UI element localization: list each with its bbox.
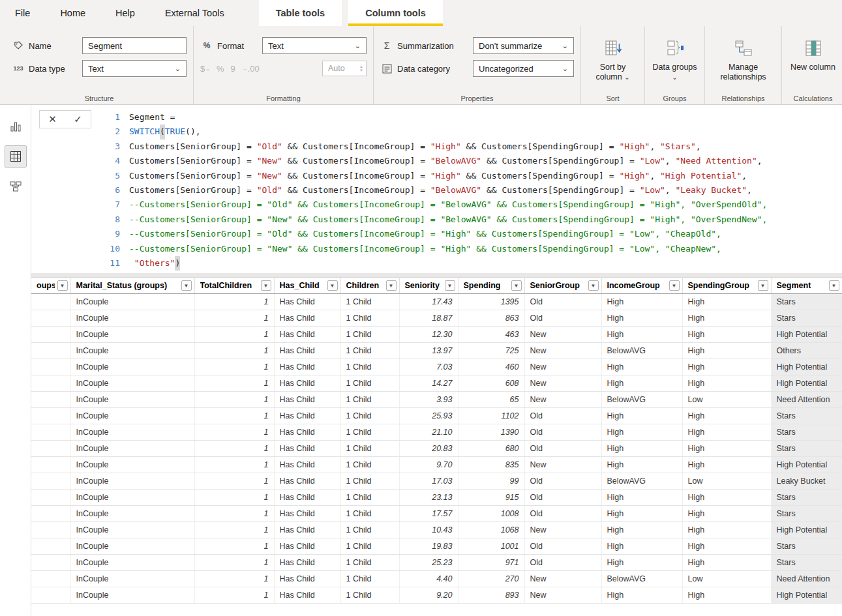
- cell-seniority[interactable]: 20.83: [399, 441, 458, 457]
- column-header-groups-partial[interactable]: oups)▼: [31, 278, 70, 294]
- cell-children[interactable]: 1 Child: [340, 587, 399, 604]
- cell-segment[interactable]: High Potential: [771, 359, 842, 375]
- column-header-income-group[interactable]: IncomeGroup▼: [601, 278, 682, 294]
- cell-senior-group[interactable]: Old: [524, 490, 601, 506]
- cell-total-children[interactable]: 1: [194, 473, 274, 490]
- column-header-senior-group[interactable]: SeniorGroup▼: [524, 278, 601, 294]
- cell-marital-status-groups[interactable]: InCouple: [70, 359, 194, 375]
- cell-seniority[interactable]: 9.70: [399, 457, 458, 473]
- cell-has-child[interactable]: Has Child: [274, 375, 340, 392]
- formula-line-9[interactable]: 9--Customers[SeniorGroup] = "Old" && Cus…: [104, 227, 767, 241]
- cell-marital-status-groups[interactable]: InCouple: [70, 375, 194, 392]
- data-view-button[interactable]: [5, 145, 27, 168]
- cell-children[interactable]: 1 Child: [340, 571, 399, 587]
- cell-seniority[interactable]: 23.13: [399, 490, 458, 506]
- cell-spending-group[interactable]: High: [682, 538, 771, 555]
- cell-seniority[interactable]: 4.40: [399, 571, 458, 587]
- cancel-formula-button[interactable]: ✕: [40, 111, 65, 128]
- cell-groups-partial[interactable]: [31, 327, 70, 343]
- cell-income-group[interactable]: High: [601, 538, 682, 555]
- new-column-button[interactable]: New column: [789, 37, 837, 72]
- table-row[interactable]: InCouple1Has Child1 Child21.101390OldHig…: [31, 424, 842, 441]
- cell-spending[interactable]: 915: [458, 490, 524, 506]
- cell-has-child[interactable]: Has Child: [274, 310, 340, 327]
- table-row[interactable]: InCouple1Has Child1 Child18.87863OldHigh…: [31, 310, 842, 327]
- table-row[interactable]: InCouple1Has Child1 Child3.9365NewBelowA…: [31, 392, 842, 408]
- cell-has-child[interactable]: Has Child: [274, 359, 340, 375]
- formula-line-3[interactable]: 3Customers[SeniorGroup] = "Old" && Custo…: [104, 139, 767, 154]
- cell-groups-partial[interactable]: [31, 522, 70, 538]
- stepper-icons[interactable]: ▲▼: [359, 65, 363, 72]
- cell-income-group[interactable]: High: [601, 424, 682, 441]
- cell-segment[interactable]: Stars: [771, 506, 842, 522]
- filter-dropdown-icon[interactable]: ▼: [511, 280, 522, 291]
- formula-line-6[interactable]: 6Customers[SeniorGroup] = "Old" && Custo…: [104, 183, 767, 198]
- cell-senior-group[interactable]: Old: [524, 294, 601, 310]
- cell-total-children[interactable]: 1: [194, 571, 274, 587]
- formula-line-8[interactable]: 8--Customers[SeniorGroup] = "New" && Cus…: [104, 213, 767, 227]
- data-type-select[interactable]: Text ⌄: [82, 60, 187, 77]
- format-select[interactable]: Text ⌄: [262, 37, 367, 54]
- cell-children[interactable]: 1 Child: [340, 408, 399, 424]
- cell-segment[interactable]: Need Attention: [771, 571, 842, 587]
- cell-groups-partial[interactable]: [31, 457, 70, 473]
- cell-spending[interactable]: 893: [458, 587, 524, 604]
- cell-spending[interactable]: 65: [458, 392, 524, 408]
- cell-segment[interactable]: Others: [771, 343, 842, 359]
- percent-format-button[interactable]: %: [217, 64, 224, 74]
- cell-spending[interactable]: 680: [458, 441, 524, 457]
- column-header-spending[interactable]: Spending▼: [458, 278, 524, 294]
- cell-spending[interactable]: 863: [458, 310, 524, 327]
- cell-children[interactable]: 1 Child: [340, 441, 399, 457]
- cell-children[interactable]: 1 Child: [340, 522, 399, 538]
- cell-senior-group[interactable]: Old: [524, 473, 601, 490]
- cell-groups-partial[interactable]: [31, 555, 70, 571]
- cell-spending-group[interactable]: High: [682, 408, 771, 424]
- cell-has-child[interactable]: Has Child: [274, 473, 340, 490]
- cell-seniority[interactable]: 21.10: [399, 424, 458, 441]
- cell-marital-status-groups[interactable]: InCouple: [70, 392, 194, 408]
- cell-income-group[interactable]: High: [601, 327, 682, 343]
- cell-marital-status-groups[interactable]: InCouple: [70, 457, 194, 473]
- cell-income-group[interactable]: High: [601, 441, 682, 457]
- cell-senior-group[interactable]: New: [524, 327, 601, 343]
- formula-line-2[interactable]: 2SWITCH(TRUE(),: [104, 125, 767, 139]
- cell-segment[interactable]: Stars: [771, 424, 842, 441]
- table-row[interactable]: InCouple1Has Child1 Child9.20893NewHighH…: [31, 587, 842, 604]
- table-row[interactable]: InCouple1Has Child1 Child25.931102OldHig…: [31, 408, 842, 424]
- cell-spending-group[interactable]: High: [682, 294, 771, 310]
- cell-senior-group[interactable]: Old: [524, 555, 601, 571]
- cell-senior-group[interactable]: New: [524, 522, 601, 538]
- cell-groups-partial[interactable]: [31, 310, 70, 327]
- cell-has-child[interactable]: Has Child: [274, 392, 340, 408]
- cell-spending-group[interactable]: High: [682, 555, 771, 571]
- cell-children[interactable]: 1 Child: [340, 392, 399, 408]
- cell-spending[interactable]: 608: [458, 375, 524, 392]
- formula-line-4[interactable]: 4Customers[SeniorGroup] = "New" && Custo…: [104, 154, 767, 168]
- table-row[interactable]: InCouple1Has Child1 Child13.97725NewBelo…: [31, 343, 842, 359]
- cell-marital-status-groups[interactable]: InCouple: [70, 490, 194, 506]
- cell-senior-group[interactable]: New: [524, 375, 601, 392]
- cell-marital-status-groups[interactable]: InCouple: [70, 424, 194, 441]
- cell-spending-group[interactable]: High: [682, 327, 771, 343]
- cell-senior-group[interactable]: Old: [524, 408, 601, 424]
- cell-total-children[interactable]: 1: [194, 587, 274, 604]
- cell-has-child[interactable]: Has Child: [274, 490, 340, 506]
- cell-total-children[interactable]: 1: [194, 538, 274, 555]
- cell-marital-status-groups[interactable]: InCouple: [70, 571, 194, 587]
- cell-senior-group[interactable]: Old: [524, 538, 601, 555]
- cell-income-group[interactable]: High: [601, 490, 682, 506]
- cell-has-child[interactable]: Has Child: [274, 457, 340, 473]
- cell-income-group[interactable]: High: [601, 294, 682, 310]
- cell-senior-group[interactable]: Old: [524, 424, 601, 441]
- cell-total-children[interactable]: 1: [194, 522, 274, 538]
- cell-segment[interactable]: Stars: [771, 490, 842, 506]
- column-header-seniority[interactable]: Seniority▼: [399, 278, 458, 294]
- cell-marital-status-groups[interactable]: InCouple: [70, 587, 194, 604]
- cell-spending-group[interactable]: High: [682, 441, 771, 457]
- cell-groups-partial[interactable]: [31, 343, 70, 359]
- cell-has-child[interactable]: Has Child: [274, 587, 340, 604]
- summarization-select[interactable]: Don't summarize ⌄: [473, 37, 574, 54]
- formula-line-7[interactable]: 7--Customers[SeniorGroup] = "Old" && Cus…: [104, 198, 767, 212]
- decimal-places-button[interactable]: →.00: [242, 64, 260, 74]
